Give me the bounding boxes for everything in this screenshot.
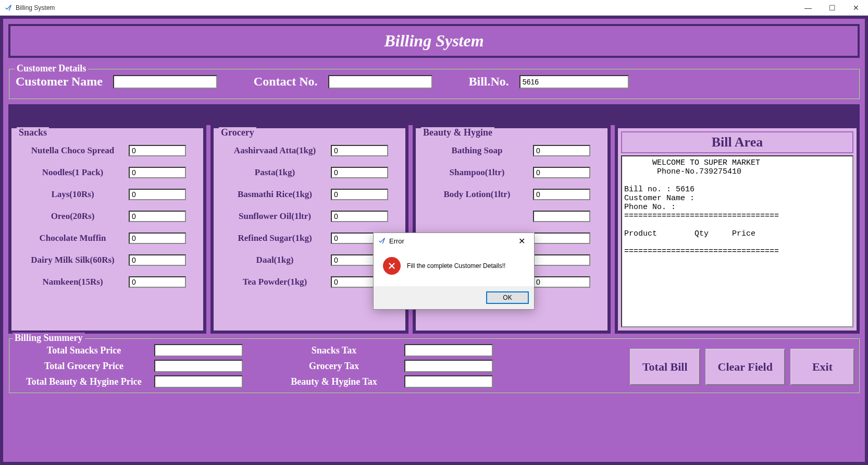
total-beauty-price-label: Total Beauty & Hygine Price <box>14 376 154 387</box>
bill-no-label: Bill.No. <box>469 75 509 89</box>
snacks-tax-input[interactable] <box>404 344 493 357</box>
beauty-item-input[interactable] <box>533 211 590 222</box>
beauty-item-input[interactable] <box>533 145 590 156</box>
exit-button[interactable]: Exit <box>790 349 854 385</box>
total-bill-button[interactable]: Total Bill <box>630 349 700 385</box>
bill-text-area[interactable]: WELCOME TO SUPER MARKET Phone-No.7392754… <box>621 155 853 327</box>
close-button[interactable]: ✕ <box>844 0 868 16</box>
beauty-item-label: Shampoo(1ltr) <box>421 167 533 178</box>
snacks-legend: Snacks <box>17 127 49 138</box>
bill-area-group: Bill Area WELCOME TO SUPER MARKET Phone-… <box>615 125 860 334</box>
grocery-item-input[interactable] <box>331 145 388 156</box>
app-title: Billing System <box>16 31 852 51</box>
snacks-item-input[interactable] <box>129 145 186 156</box>
error-dialog: Error ✕ Fill the complete Customer Detai… <box>373 232 535 310</box>
grocery-item-label: Tea Powder(1kg) <box>219 277 331 287</box>
grocery-legend: Grocery <box>219 127 256 138</box>
grocery-item-label: Sunflower Oil(1ltr) <box>219 211 331 222</box>
snacks-item-input[interactable] <box>129 232 186 244</box>
grocery-tax-input[interactable] <box>404 360 493 372</box>
grocery-item-input[interactable] <box>331 189 388 200</box>
window-controls: — ☐ ✕ <box>796 0 868 16</box>
app-icon <box>378 237 386 245</box>
error-icon <box>383 257 401 275</box>
snacks-item-label: Namkeen(15Rs) <box>17 277 129 287</box>
window-title: Billing System <box>16 4 55 11</box>
window-titlebar: Billing System — ☐ ✕ <box>0 0 868 16</box>
beauty-item-input[interactable] <box>533 276 590 288</box>
beauty-item-label: Bathing Soap <box>421 145 533 156</box>
maximize-button[interactable]: ☐ <box>820 0 844 16</box>
error-dialog-title: Error <box>389 237 404 245</box>
total-grocery-price-input[interactable] <box>154 360 243 372</box>
snacks-tax-label: Snacks Tax <box>264 345 404 356</box>
error-dialog-ok-button[interactable]: OK <box>486 291 529 304</box>
grocery-item-input[interactable] <box>331 211 388 222</box>
snacks-item-input[interactable] <box>129 254 186 266</box>
beauty-legend: Beauty & Hygine <box>421 127 494 138</box>
grocery-item-label: Aashirvaad Atta(1kg) <box>219 145 331 156</box>
total-beauty-price-input[interactable] <box>154 375 243 388</box>
contact-no-label: Contact No. <box>254 75 318 89</box>
customer-name-label: Customer Name <box>16 75 103 89</box>
header-banner: Billing System <box>8 24 860 58</box>
snacks-item-label: Oreo(20Rs) <box>17 211 129 222</box>
bill-no-input[interactable] <box>519 75 629 89</box>
error-dialog-message: Fill the complete Customer Details!! <box>407 262 505 270</box>
snacks-item-label: Noodles(1 Pack) <box>17 167 129 178</box>
snacks-item-input[interactable] <box>129 167 186 178</box>
beauty-item-input[interactable] <box>533 254 590 266</box>
beauty-item-input[interactable] <box>533 189 590 200</box>
error-dialog-close-button[interactable]: ✕ <box>511 234 532 248</box>
grocery-item-label: Daal(1kg) <box>219 255 331 265</box>
snacks-item-label: Nutella Choco Spread <box>17 145 129 156</box>
beauty-item-input[interactable] <box>533 232 590 244</box>
total-snacks-price-label: Total Snacks Price <box>14 345 154 356</box>
error-dialog-titlebar: Error ✕ <box>374 233 534 249</box>
beauty-tax-input[interactable] <box>404 375 493 388</box>
snacks-item-label: Chocolate Muffin <box>17 233 129 243</box>
customer-details-group: Customer Details Customer Name Contact N… <box>8 68 860 99</box>
grocery-item-label: Pasta(1kg) <box>219 167 331 178</box>
snacks-item-label: Lays(10Rs) <box>17 189 129 200</box>
billing-summary-legend: Billing Summery <box>13 333 85 344</box>
total-grocery-price-label: Total Grocery Price <box>14 361 154 372</box>
snacks-item-input[interactable] <box>129 276 186 288</box>
beauty-item-label: Body Lotion(1ltr) <box>421 189 533 200</box>
separator-bar <box>8 104 860 125</box>
grocery-item-label: Basmathi Rice(1kg) <box>219 189 331 200</box>
app-icon <box>4 4 13 12</box>
snacks-item-label: Dairy Milk Silk(60Rs) <box>17 255 129 265</box>
bill-area-header: Bill Area <box>621 131 853 153</box>
snacks-group: Snacks Nutella Choco Spread Noodles(1 Pa… <box>8 125 206 334</box>
minimize-button[interactable]: — <box>796 0 820 16</box>
contact-no-input[interactable] <box>328 75 432 89</box>
snacks-item-input[interactable] <box>129 211 186 222</box>
beauty-tax-label: Beauty & Hygine Tax <box>264 376 404 387</box>
beauty-item-input[interactable] <box>533 167 590 178</box>
billing-summary-group: Billing Summery Total Snacks Price Total… <box>8 338 860 393</box>
snacks-item-input[interactable] <box>129 189 186 200</box>
total-snacks-price-input[interactable] <box>154 344 243 357</box>
customer-name-input[interactable] <box>113 75 217 89</box>
grocery-item-input[interactable] <box>331 167 388 178</box>
grocery-item-label: Refined Sugar(1kg) <box>219 233 331 243</box>
customer-details-legend: Customer Details <box>15 63 88 74</box>
grocery-tax-label: Grocery Tax <box>264 361 404 372</box>
clear-field-button[interactable]: Clear Field <box>705 349 785 385</box>
main-frame: Billing System Customer Details Customer… <box>0 16 868 465</box>
